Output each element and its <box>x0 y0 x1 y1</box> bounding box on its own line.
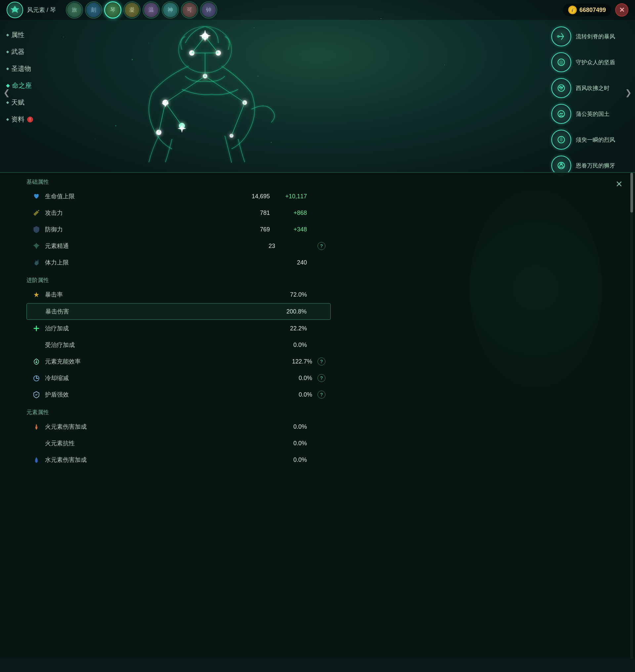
scrollbar-thumb[interactable] <box>630 173 633 212</box>
stamina-value: 240 <box>281 259 307 266</box>
constellation-item-5[interactable]: 须臾一瞬的烈风 <box>551 130 615 150</box>
breadcrumb: 风元素 / 琴 <box>27 6 56 14</box>
game-area: 风元素 / 琴 旅 刻 琴 凝 温 神 可 钟 <box>0 0 635 185</box>
section-title-basic: 基础属性 <box>26 173 331 188</box>
materials-badge: ! <box>27 117 33 123</box>
svg-marker-20 <box>178 124 186 133</box>
constellation-item-1[interactable]: 流转剑脊的暴风 <box>551 26 615 46</box>
menu-item-materials[interactable]: 资料 ! <box>0 111 60 128</box>
close-button[interactable]: ✕ <box>615 3 628 17</box>
stat-row-pyro-res: 火元素抗性 0.0% <box>26 435 331 451</box>
stats-close-button[interactable]: ✕ <box>613 178 625 190</box>
constellation-label-1: 流转剑脊的暴风 <box>576 33 615 40</box>
stat-row-healing: 治疗加成 22.2% <box>26 320 331 336</box>
atk-icon <box>32 208 41 217</box>
pyro-res-icon <box>32 439 41 448</box>
stat-row-cd: 冷却缩减 0.0% ? <box>26 370 331 386</box>
svg-point-23 <box>258 76 259 77</box>
stat-row-stamina: 体力上限 240 <box>26 255 331 270</box>
stat-row-crit-rate: 暴击率 72.0% <box>26 287 331 302</box>
crit-dmg-value: 200.8% <box>280 308 307 315</box>
menu-item-weapon[interactable]: 武器 <box>0 43 60 60</box>
hp-value: 14,695 <box>243 193 270 200</box>
cd-help[interactable]: ? <box>318 374 325 382</box>
bg-decoration <box>469 189 602 388</box>
em-value: 23 <box>249 243 275 250</box>
constellation-label-3: 西风吹拂之时 <box>576 84 610 92</box>
er-value: 122.7% <box>286 358 312 365</box>
svg-marker-19 <box>199 30 211 42</box>
char-tab-3[interactable]: 凝 <box>123 1 140 19</box>
stats-panel: ✕ 基础属性 生命值上限 14,695 +10,117 <box>0 172 635 659</box>
svg-point-25 <box>271 142 272 143</box>
svg-point-22 <box>132 59 133 60</box>
char-tab-0[interactable]: 旅 <box>66 1 83 19</box>
er-help[interactable]: ? <box>318 358 325 365</box>
pyro-res-value: 0.0% <box>281 440 307 447</box>
svg-point-27 <box>231 162 232 163</box>
constellation-icon-2 <box>551 52 571 72</box>
stamina-icon <box>32 258 41 267</box>
er-icon <box>32 357 41 366</box>
char-tab-7[interactable]: 钟 <box>200 1 217 19</box>
crit-dmg-name: 暴击伤害 <box>45 308 280 315</box>
healing-value: 22.2% <box>281 325 307 332</box>
char-tab-1[interactable]: 刻 <box>85 1 102 19</box>
left-menu: 属性 武器 圣遗物 命之座 天赋 资料 ! <box>0 20 60 134</box>
char-tab-4[interactable]: 温 <box>143 1 160 19</box>
char-tab-2[interactable]: 琴 <box>104 1 122 19</box>
menu-item-artifacts[interactable]: 圣遗物 <box>0 60 60 77</box>
em-name: 元素精通 <box>45 242 249 250</box>
cd-icon <box>32 373 41 383</box>
stat-row-hp: 生命值上限 14,695 +10,117 <box>26 188 331 204</box>
game-logo <box>7 2 23 18</box>
menu-bullet <box>6 50 9 53</box>
hp-icon <box>32 192 41 201</box>
hydro-dmg-name: 水元素伤害加成 <box>45 456 281 464</box>
pyro-icon <box>32 422 41 431</box>
nav-arrow-right[interactable]: ❯ <box>622 83 635 103</box>
svg-line-11 <box>205 37 218 53</box>
em-help[interactable]: ? <box>318 242 325 250</box>
char-tab-6[interactable]: 可 <box>181 1 198 19</box>
constellation-icon-4 <box>551 104 571 124</box>
stat-row-em: 元素精通 23 ? <box>26 238 331 254</box>
svg-point-29 <box>557 36 559 37</box>
crit-rate-value: 72.0% <box>281 291 307 298</box>
pyro-res-name: 火元素抗性 <box>45 439 281 447</box>
shield-help[interactable]: ? <box>318 391 325 399</box>
scrollbar-track[interactable] <box>630 173 633 659</box>
svg-point-32 <box>560 87 563 89</box>
cd-value: 0.0% <box>286 375 312 382</box>
stat-row-atk: 攻击力 781 +868 <box>26 205 331 221</box>
incoming-heal-icon <box>32 340 41 350</box>
stat-row-er: 元素充能效率 122.7% ? <box>26 354 331 370</box>
stat-row-def: 防御力 769 +348 <box>26 222 331 237</box>
svg-line-10 <box>192 37 205 53</box>
section-title-elemental: 元素属性 <box>26 403 331 419</box>
crit-rate-name: 暴击率 <box>45 291 281 299</box>
char-tab-5[interactable]: 神 <box>162 1 179 19</box>
hp-name: 生命值上限 <box>45 192 243 200</box>
constellation-label-2: 守护众人的坚盾 <box>576 59 615 66</box>
constellation-item-2[interactable]: 守护众人的坚盾 <box>551 52 615 72</box>
top-nav: 风元素 / 琴 旅 刻 琴 凝 温 神 可 钟 <box>0 0 635 20</box>
hydro-icon <box>32 455 41 464</box>
nav-arrow-left[interactable]: ❮ <box>0 83 13 103</box>
stats-content: 基础属性 生命值上限 14,695 +10,117 攻击力 781 <box>0 173 331 482</box>
stat-row-incoming-heal: 受治疗加成 0.0% <box>26 337 331 353</box>
menu-item-attributes[interactable]: 属性 <box>0 26 60 43</box>
svg-point-36 <box>560 163 562 165</box>
hydro-dmg-value: 0.0% <box>281 457 307 463</box>
constellation-icon-1 <box>551 26 571 46</box>
currency-icon: 💰 <box>568 6 577 14</box>
incoming-heal-value: 0.0% <box>281 342 307 349</box>
constellation-icon-5 <box>551 130 571 150</box>
constellation-visual <box>66 10 291 175</box>
svg-line-14 <box>166 76 205 103</box>
svg-line-16 <box>159 103 166 132</box>
constellation-item-3[interactable]: 西风吹拂之时 <box>551 78 615 98</box>
currency-amount: 66807499 <box>579 7 606 14</box>
svg-point-24 <box>115 125 116 126</box>
constellation-item-4[interactable]: 蒲公英的国土 <box>551 104 615 124</box>
